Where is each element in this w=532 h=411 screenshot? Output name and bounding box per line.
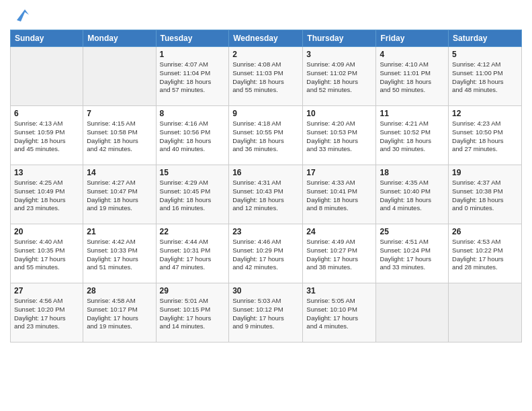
day-number: 10 [306, 109, 372, 118]
calendar-cell: 12Sunrise: 4:23 AM Sunset: 10:50 PM Dayl… [449, 106, 522, 165]
calendar-cell: 13Sunrise: 4:25 AM Sunset: 10:49 PM Dayl… [11, 165, 83, 224]
day-number: 17 [306, 168, 372, 177]
calendar-week-5: 27Sunrise: 4:56 AM Sunset: 10:20 PM Dayl… [11, 283, 522, 342]
weekday-header-thursday: Thursday [303, 30, 376, 47]
day-info: Sunrise: 4:35 AM Sunset: 10:40 PM Daylig… [380, 179, 445, 213]
day-info: Sunrise: 4:53 AM Sunset: 10:22 PM Daylig… [452, 238, 518, 272]
day-info: Sunrise: 4:21 AM Sunset: 10:52 PM Daylig… [380, 120, 445, 154]
calendar-cell: 6Sunrise: 4:13 AM Sunset: 10:59 PM Dayli… [11, 106, 83, 165]
day-info: Sunrise: 4:49 AM Sunset: 10:27 PM Daylig… [306, 238, 372, 272]
weekday-header-wednesday: Wednesday [229, 30, 303, 47]
day-number: 30 [232, 286, 299, 295]
calendar-cell: 9Sunrise: 4:18 AM Sunset: 10:55 PM Dayli… [229, 106, 303, 165]
calendar-cell: 21Sunrise: 4:42 AM Sunset: 10:33 PM Dayl… [83, 224, 156, 283]
day-info: Sunrise: 4:09 AM Sunset: 11:02 PM Daylig… [306, 60, 372, 95]
day-info: Sunrise: 4:13 AM Sunset: 10:59 PM Daylig… [14, 120, 79, 154]
day-number: 28 [87, 286, 152, 295]
day-info: Sunrise: 4:44 AM Sunset: 10:31 PM Daylig… [160, 238, 226, 272]
day-number: 23 [232, 227, 299, 236]
page-header [10, 7, 522, 26]
calendar-cell: 20Sunrise: 4:40 AM Sunset: 10:35 PM Dayl… [11, 224, 83, 283]
calendar-week-4: 20Sunrise: 4:40 AM Sunset: 10:35 PM Dayl… [11, 224, 522, 283]
day-number: 12 [452, 109, 518, 118]
day-number: 16 [232, 168, 299, 177]
calendar-cell [449, 283, 522, 342]
day-number: 8 [160, 109, 226, 118]
calendar-cell: 24Sunrise: 4:49 AM Sunset: 10:27 PM Dayl… [303, 224, 376, 283]
calendar-body: 1Sunrise: 4:07 AM Sunset: 11:04 PM Dayli… [11, 47, 522, 342]
day-info: Sunrise: 4:58 AM Sunset: 10:17 PM Daylig… [87, 297, 152, 331]
calendar-week-1: 1Sunrise: 4:07 AM Sunset: 11:04 PM Dayli… [11, 47, 522, 106]
day-info: Sunrise: 4:08 AM Sunset: 11:03 PM Daylig… [232, 60, 299, 95]
day-info: Sunrise: 4:42 AM Sunset: 10:33 PM Daylig… [87, 238, 152, 272]
calendar-cell: 10Sunrise: 4:20 AM Sunset: 10:53 PM Dayl… [303, 106, 376, 165]
day-info: Sunrise: 4:16 AM Sunset: 10:56 PM Daylig… [160, 120, 226, 154]
calendar-cell: 19Sunrise: 4:37 AM Sunset: 10:38 PM Dayl… [449, 165, 522, 224]
day-info: Sunrise: 5:01 AM Sunset: 10:15 PM Daylig… [160, 297, 226, 331]
day-info: Sunrise: 4:51 AM Sunset: 10:24 PM Daylig… [380, 238, 445, 272]
day-number: 2 [232, 50, 299, 59]
calendar-cell: 8Sunrise: 4:16 AM Sunset: 10:56 PM Dayli… [156, 106, 229, 165]
day-number: 22 [160, 227, 226, 236]
day-number: 3 [306, 50, 372, 59]
day-number: 1 [160, 50, 226, 59]
calendar-cell [376, 283, 449, 342]
day-info: Sunrise: 5:05 AM Sunset: 10:10 PM Daylig… [306, 297, 372, 331]
calendar-week-3: 13Sunrise: 4:25 AM Sunset: 10:49 PM Dayl… [11, 165, 522, 224]
day-number: 19 [452, 168, 518, 177]
calendar-cell: 22Sunrise: 4:44 AM Sunset: 10:31 PM Dayl… [156, 224, 229, 283]
day-number: 31 [306, 286, 372, 295]
calendar-cell: 25Sunrise: 4:51 AM Sunset: 10:24 PM Dayl… [376, 224, 449, 283]
calendar-cell: 16Sunrise: 4:31 AM Sunset: 10:43 PM Dayl… [229, 165, 303, 224]
calendar-cell: 31Sunrise: 5:05 AM Sunset: 10:10 PM Dayl… [303, 283, 376, 342]
day-info: Sunrise: 4:12 AM Sunset: 11:00 PM Daylig… [452, 60, 518, 95]
day-number: 21 [87, 227, 152, 236]
calendar-cell: 17Sunrise: 4:33 AM Sunset: 10:41 PM Dayl… [303, 165, 376, 224]
calendar-cell: 7Sunrise: 4:15 AM Sunset: 10:58 PM Dayli… [83, 106, 156, 165]
calendar-cell: 23Sunrise: 4:46 AM Sunset: 10:29 PM Dayl… [229, 224, 303, 283]
calendar-header-row: SundayMondayTuesdayWednesdayThursdayFrid… [11, 30, 522, 47]
calendar-cell: 11Sunrise: 4:21 AM Sunset: 10:52 PM Dayl… [376, 106, 449, 165]
day-number: 4 [380, 50, 445, 59]
day-info: Sunrise: 4:56 AM Sunset: 10:20 PM Daylig… [14, 297, 79, 331]
day-number: 29 [160, 286, 226, 295]
calendar-cell [83, 47, 156, 106]
day-info: Sunrise: 4:07 AM Sunset: 11:04 PM Daylig… [160, 60, 226, 95]
day-info: Sunrise: 4:29 AM Sunset: 10:45 PM Daylig… [160, 179, 226, 213]
day-number: 24 [306, 227, 372, 236]
day-number: 15 [160, 168, 226, 177]
calendar-week-2: 6Sunrise: 4:13 AM Sunset: 10:59 PM Dayli… [11, 106, 522, 165]
day-info: Sunrise: 5:03 AM Sunset: 10:12 PM Daylig… [232, 297, 299, 331]
day-info: Sunrise: 4:25 AM Sunset: 10:49 PM Daylig… [14, 179, 79, 213]
calendar-cell: 3Sunrise: 4:09 AM Sunset: 11:02 PM Dayli… [303, 47, 376, 106]
day-info: Sunrise: 4:15 AM Sunset: 10:58 PM Daylig… [87, 120, 152, 154]
calendar-cell: 15Sunrise: 4:29 AM Sunset: 10:45 PM Dayl… [156, 165, 229, 224]
day-number: 9 [232, 109, 299, 118]
calendar-cell: 18Sunrise: 4:35 AM Sunset: 10:40 PM Dayl… [376, 165, 449, 224]
day-info: Sunrise: 4:23 AM Sunset: 10:50 PM Daylig… [452, 120, 518, 154]
logo-icon [11, 7, 30, 26]
day-number: 14 [87, 168, 152, 177]
day-number: 7 [87, 109, 152, 118]
day-info: Sunrise: 4:46 AM Sunset: 10:29 PM Daylig… [232, 238, 299, 272]
calendar-cell: 27Sunrise: 4:56 AM Sunset: 10:20 PM Dayl… [11, 283, 83, 342]
day-number: 27 [14, 286, 79, 295]
calendar-cell: 1Sunrise: 4:07 AM Sunset: 11:04 PM Dayli… [156, 47, 229, 106]
weekday-header-friday: Friday [376, 30, 449, 47]
calendar-cell [11, 47, 83, 106]
calendar-cell: 28Sunrise: 4:58 AM Sunset: 10:17 PM Dayl… [83, 283, 156, 342]
day-info: Sunrise: 4:40 AM Sunset: 10:35 PM Daylig… [14, 238, 79, 272]
calendar-cell: 4Sunrise: 4:10 AM Sunset: 11:01 PM Dayli… [376, 47, 449, 106]
weekday-header-saturday: Saturday [449, 30, 522, 47]
day-info: Sunrise: 4:33 AM Sunset: 10:41 PM Daylig… [306, 179, 372, 213]
day-info: Sunrise: 4:18 AM Sunset: 10:55 PM Daylig… [232, 120, 299, 154]
day-number: 5 [452, 50, 518, 59]
day-number: 25 [380, 227, 445, 236]
day-info: Sunrise: 4:37 AM Sunset: 10:38 PM Daylig… [452, 179, 518, 213]
calendar-cell: 29Sunrise: 5:01 AM Sunset: 10:15 PM Dayl… [156, 283, 229, 342]
calendar-cell: 2Sunrise: 4:08 AM Sunset: 11:03 PM Dayli… [229, 47, 303, 106]
calendar-table: SundayMondayTuesdayWednesdayThursdayFrid… [10, 30, 522, 342]
day-number: 11 [380, 109, 445, 118]
day-number: 20 [14, 227, 79, 236]
weekday-header-sunday: Sunday [11, 30, 83, 47]
